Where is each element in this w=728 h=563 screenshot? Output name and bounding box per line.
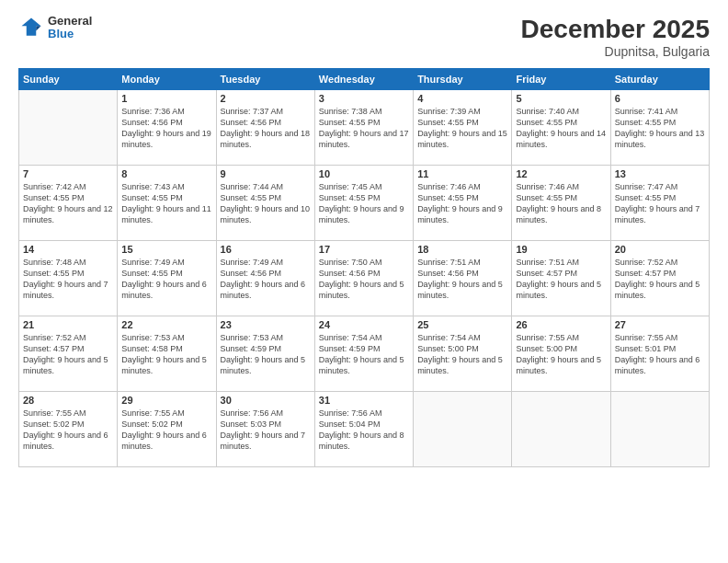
table-row: 29Sunrise: 7:55 AM Sunset: 5:02 PM Dayli… — [118, 392, 216, 467]
day-info: Sunrise: 7:46 AM Sunset: 4:55 PM Dayligh… — [417, 181, 507, 226]
table-row: 28Sunrise: 7:55 AM Sunset: 5:02 PM Dayli… — [19, 392, 118, 467]
day-number: 25 — [417, 319, 507, 330]
day-info: Sunrise: 7:53 AM Sunset: 4:58 PM Dayligh… — [121, 332, 211, 377]
col-sunday: Sunday — [19, 69, 118, 90]
location-title: Dupnitsa, Bulgaria — [521, 44, 710, 59]
day-number: 16 — [221, 244, 311, 255]
calendar-week-row: 1Sunrise: 7:36 AM Sunset: 4:56 PM Daylig… — [19, 90, 710, 166]
logo-text: General Blue — [48, 15, 92, 41]
day-number: 3 — [319, 93, 409, 104]
table-row: 1Sunrise: 7:36 AM Sunset: 4:56 PM Daylig… — [118, 90, 216, 166]
day-number: 15 — [121, 244, 211, 255]
day-info: Sunrise: 7:48 AM Sunset: 4:55 PM Dayligh… — [23, 257, 113, 302]
table-row: 7Sunrise: 7:42 AM Sunset: 4:55 PM Daylig… — [19, 166, 118, 241]
table-row: 12Sunrise: 7:46 AM Sunset: 4:55 PM Dayli… — [512, 166, 610, 241]
day-number: 29 — [121, 395, 211, 406]
title-block: December 2025 Dupnitsa, Bulgaria — [521, 15, 710, 59]
day-number: 31 — [319, 395, 409, 406]
table-row: 5Sunrise: 7:40 AM Sunset: 4:55 PM Daylig… — [512, 90, 610, 166]
day-info: Sunrise: 7:55 AM Sunset: 5:02 PM Dayligh… — [23, 408, 113, 453]
day-info: Sunrise: 7:52 AM Sunset: 4:57 PM Dayligh… — [615, 257, 705, 302]
day-info: Sunrise: 7:45 AM Sunset: 4:55 PM Dayligh… — [319, 181, 409, 226]
day-info: Sunrise: 7:55 AM Sunset: 5:01 PM Dayligh… — [615, 332, 705, 377]
day-info: Sunrise: 7:41 AM Sunset: 4:55 PM Dayligh… — [615, 106, 705, 151]
day-number: 30 — [221, 395, 311, 406]
day-number: 7 — [23, 168, 113, 179]
day-info: Sunrise: 7:42 AM Sunset: 4:55 PM Dayligh… — [23, 181, 113, 226]
table-row: 16Sunrise: 7:49 AM Sunset: 4:56 PM Dayli… — [216, 241, 314, 316]
table-row: 24Sunrise: 7:54 AM Sunset: 4:59 PM Dayli… — [314, 316, 413, 392]
col-saturday: Saturday — [610, 69, 709, 90]
table-row: 20Sunrise: 7:52 AM Sunset: 4:57 PM Dayli… — [610, 241, 709, 316]
day-number: 18 — [417, 244, 507, 255]
logo-blue-label: Blue — [48, 28, 92, 40]
table-row: 18Sunrise: 7:51 AM Sunset: 4:56 PM Dayli… — [414, 241, 512, 316]
table-row: 23Sunrise: 7:53 AM Sunset: 4:59 PM Dayli… — [216, 316, 314, 392]
col-thursday: Thursday — [414, 69, 512, 90]
col-wednesday: Wednesday — [314, 69, 413, 90]
table-row: 11Sunrise: 7:46 AM Sunset: 4:55 PM Dayli… — [414, 166, 512, 241]
day-number: 27 — [615, 319, 705, 330]
day-number: 19 — [516, 244, 606, 255]
table-row: 15Sunrise: 7:49 AM Sunset: 4:55 PM Dayli… — [118, 241, 216, 316]
calendar-week-row: 7Sunrise: 7:42 AM Sunset: 4:55 PM Daylig… — [19, 166, 710, 241]
table-row: 2Sunrise: 7:37 AM Sunset: 4:56 PM Daylig… — [216, 90, 314, 166]
table-row: 25Sunrise: 7:54 AM Sunset: 5:00 PM Dayli… — [414, 316, 512, 392]
table-row: 31Sunrise: 7:56 AM Sunset: 5:04 PM Dayli… — [314, 392, 413, 467]
logo-general-label: General — [48, 15, 92, 28]
day-info: Sunrise: 7:40 AM Sunset: 4:55 PM Dayligh… — [516, 106, 606, 151]
day-number: 11 — [417, 168, 507, 179]
day-number: 21 — [23, 319, 113, 330]
col-friday: Friday — [512, 69, 610, 90]
day-info: Sunrise: 7:38 AM Sunset: 4:55 PM Dayligh… — [319, 106, 409, 151]
header: General Blue December 2025 Dupnitsa, Bul… — [18, 15, 710, 59]
logo-icon — [18, 15, 44, 40]
day-number: 28 — [23, 395, 113, 406]
page: General Blue December 2025 Dupnitsa, Bul… — [0, 0, 728, 563]
day-number: 26 — [516, 319, 606, 330]
calendar-table: Sunday Monday Tuesday Wednesday Thursday… — [18, 68, 710, 467]
day-info: Sunrise: 7:52 AM Sunset: 4:57 PM Dayligh… — [23, 332, 113, 377]
logo: General Blue — [18, 15, 92, 41]
day-number: 24 — [319, 319, 409, 330]
calendar-week-row: 14Sunrise: 7:48 AM Sunset: 4:55 PM Dayli… — [19, 241, 710, 316]
table-row: 4Sunrise: 7:39 AM Sunset: 4:55 PM Daylig… — [414, 90, 512, 166]
day-info: Sunrise: 7:53 AM Sunset: 4:59 PM Dayligh… — [221, 332, 311, 377]
day-info: Sunrise: 7:56 AM Sunset: 5:04 PM Dayligh… — [319, 408, 409, 453]
table-row: 30Sunrise: 7:56 AM Sunset: 5:03 PM Dayli… — [216, 392, 314, 467]
day-info: Sunrise: 7:51 AM Sunset: 4:56 PM Dayligh… — [417, 257, 507, 302]
day-info: Sunrise: 7:49 AM Sunset: 4:56 PM Dayligh… — [221, 257, 311, 302]
day-info: Sunrise: 7:47 AM Sunset: 4:55 PM Dayligh… — [615, 181, 705, 226]
day-number: 6 — [615, 93, 705, 104]
day-info: Sunrise: 7:43 AM Sunset: 4:55 PM Dayligh… — [121, 181, 211, 226]
day-info: Sunrise: 7:54 AM Sunset: 5:00 PM Dayligh… — [417, 332, 507, 377]
day-number: 9 — [221, 168, 311, 179]
day-number: 10 — [319, 168, 409, 179]
table-row: 27Sunrise: 7:55 AM Sunset: 5:01 PM Dayli… — [610, 316, 709, 392]
table-row: 3Sunrise: 7:38 AM Sunset: 4:55 PM Daylig… — [314, 90, 413, 166]
day-info: Sunrise: 7:54 AM Sunset: 4:59 PM Dayligh… — [319, 332, 409, 377]
calendar-header-row: Sunday Monday Tuesday Wednesday Thursday… — [19, 69, 710, 90]
day-info: Sunrise: 7:55 AM Sunset: 5:00 PM Dayligh… — [516, 332, 606, 377]
day-info: Sunrise: 7:49 AM Sunset: 4:55 PM Dayligh… — [121, 257, 211, 302]
month-title: December 2025 — [521, 15, 710, 44]
table-row: 26Sunrise: 7:55 AM Sunset: 5:00 PM Dayli… — [512, 316, 610, 392]
day-number: 12 — [516, 168, 606, 179]
day-info: Sunrise: 7:37 AM Sunset: 4:56 PM Dayligh… — [221, 106, 311, 151]
calendar-week-row: 28Sunrise: 7:55 AM Sunset: 5:02 PM Dayli… — [19, 392, 710, 467]
day-info: Sunrise: 7:36 AM Sunset: 4:56 PM Dayligh… — [121, 106, 211, 151]
day-info: Sunrise: 7:44 AM Sunset: 4:55 PM Dayligh… — [221, 181, 311, 226]
table-row — [610, 392, 709, 467]
day-number: 1 — [121, 93, 211, 104]
table-row: 17Sunrise: 7:50 AM Sunset: 4:56 PM Dayli… — [314, 241, 413, 316]
day-number: 14 — [23, 244, 113, 255]
day-number: 8 — [121, 168, 211, 179]
day-number: 22 — [121, 319, 211, 330]
day-info: Sunrise: 7:46 AM Sunset: 4:55 PM Dayligh… — [516, 181, 606, 226]
table-row: 8Sunrise: 7:43 AM Sunset: 4:55 PM Daylig… — [118, 166, 216, 241]
table-row: 22Sunrise: 7:53 AM Sunset: 4:58 PM Dayli… — [118, 316, 216, 392]
col-tuesday: Tuesday — [216, 69, 314, 90]
day-number: 2 — [221, 93, 311, 104]
svg-marker-1 — [36, 27, 40, 31]
table-row: 14Sunrise: 7:48 AM Sunset: 4:55 PM Dayli… — [19, 241, 118, 316]
